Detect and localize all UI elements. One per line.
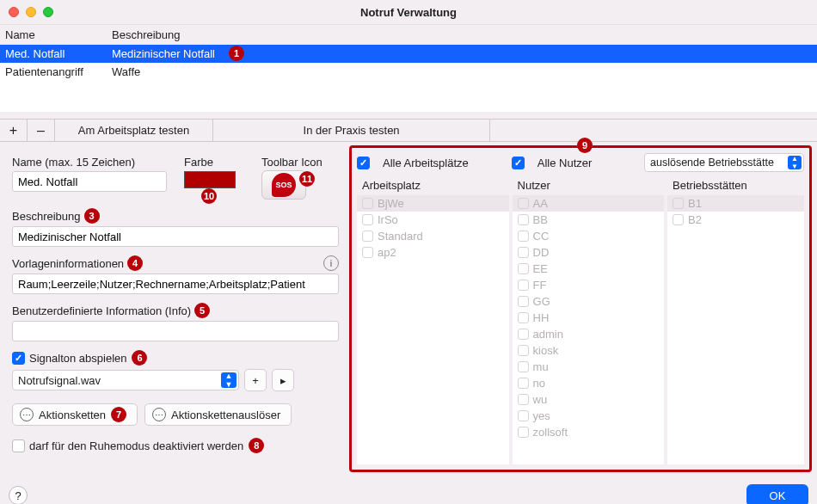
cell-name: Patientenangriff xyxy=(5,65,112,78)
list-item[interactable]: zollsoft xyxy=(513,424,665,440)
desc-input[interactable] xyxy=(12,226,339,247)
list-item-label: GG xyxy=(533,295,550,308)
disabled-checkbox xyxy=(518,263,529,274)
annotation-9: 9 xyxy=(577,138,593,153)
site-column: Betriebsstätten B1B2 xyxy=(667,175,804,464)
remove-button[interactable]: – xyxy=(28,120,55,141)
help-button[interactable]: ? xyxy=(9,486,28,504)
list-item[interactable]: GG xyxy=(513,293,665,310)
disabled-checkbox xyxy=(518,214,529,225)
sound-select[interactable]: Notrufsignal.wav ▲ ▼ xyxy=(12,370,239,390)
list-item[interactable]: BB xyxy=(513,212,665,228)
annotation-10: 10 xyxy=(201,188,217,204)
footer: ? OK xyxy=(0,477,817,504)
list-item-label: CC xyxy=(533,230,550,243)
list-item[interactable]: AA xyxy=(513,195,665,212)
list-item[interactable]: Standard xyxy=(357,228,509,244)
cell-desc: Waffe xyxy=(112,65,812,78)
ok-button[interactable]: OK xyxy=(746,484,808,504)
list-item[interactable]: BjWe xyxy=(357,195,509,212)
all-workplaces-checkbox[interactable] xyxy=(357,157,370,169)
workplace-col-header: Arbeitsplatz xyxy=(357,175,509,195)
annotation-5: 5 xyxy=(194,303,210,318)
disabled-checkbox xyxy=(518,410,529,421)
list-item[interactable]: yes xyxy=(513,408,665,424)
annotation-1: 1 xyxy=(229,46,244,61)
annotation-11: 11 xyxy=(299,171,315,187)
list-item-label: EE xyxy=(533,262,548,275)
list-item-label: AA xyxy=(533,197,548,210)
disabled-checkbox xyxy=(362,214,373,225)
disabled-checkbox xyxy=(673,198,684,209)
dots-icon: ⋯ xyxy=(152,408,166,421)
disabled-checkbox xyxy=(518,361,529,372)
color-picker[interactable] xyxy=(184,171,236,188)
list-item-label: admin xyxy=(533,328,563,341)
template-table: Med. Notfall Medizinischer Notfall 1 Pat… xyxy=(0,45,817,112)
list-item[interactable]: DD xyxy=(513,244,665,261)
list-item-label: Standard xyxy=(378,230,423,243)
disabled-checkbox xyxy=(518,296,529,307)
userinfo-input[interactable] xyxy=(12,321,339,341)
list-item-label: no xyxy=(533,377,545,390)
cell-name: Med. Notfall xyxy=(5,47,112,60)
ruhemodus-row: darf für den Ruhemodus deaktiviert werde… xyxy=(12,438,339,453)
action-chains-button[interactable]: ⋯ Aktionsketten 7 xyxy=(12,403,138,426)
ruhemodus-checkbox[interactable] xyxy=(12,439,25,452)
all-workplaces-label: Alle Arbeitsplätze xyxy=(383,157,469,169)
disabled-checkbox xyxy=(673,214,684,225)
name-input[interactable] xyxy=(12,171,167,192)
action-chain-triggers-button[interactable]: ⋯ Aktionskettenauslöser xyxy=(144,403,292,426)
disabled-checkbox xyxy=(518,427,529,438)
disabled-checkbox xyxy=(518,230,529,242)
list-item-label: B2 xyxy=(688,213,702,226)
list-item[interactable]: CC xyxy=(513,228,665,244)
desc-label: Beschreibung 3 xyxy=(12,208,339,224)
list-item[interactable]: ap2 xyxy=(357,244,509,261)
list-item[interactable]: B1 xyxy=(667,195,804,212)
user-list[interactable]: AABBCCDDEEFFGGHHadminkioskmunowuyeszolls… xyxy=(513,195,665,464)
sos-icon: SOS xyxy=(272,173,296,197)
add-sound-button[interactable]: + xyxy=(244,369,267,391)
user-col-header: Nutzer xyxy=(513,175,665,195)
list-item-label: zollsoft xyxy=(533,426,568,439)
list-item[interactable]: B2 xyxy=(667,212,804,228)
site-list[interactable]: B1B2 xyxy=(667,195,804,464)
list-item-label: B1 xyxy=(688,197,702,210)
list-item[interactable]: admin xyxy=(513,326,665,342)
list-item[interactable]: wu xyxy=(513,391,665,408)
col-header-name: Name xyxy=(5,28,112,41)
table-header: Name Beschreibung xyxy=(0,24,817,45)
template-info-input[interactable] xyxy=(12,274,339,294)
signal-row: Signalton abspielen 6 xyxy=(12,350,339,366)
table-row[interactable]: Patientenangriff Waffe xyxy=(0,63,817,81)
workplace-list[interactable]: BjWeIrSoStandardap2 xyxy=(357,195,509,464)
list-item-label: IrSo xyxy=(378,213,398,226)
list-item[interactable]: kiosk xyxy=(513,342,665,359)
table-row[interactable]: Med. Notfall Medizinischer Notfall 1 xyxy=(0,45,817,63)
play-sound-button[interactable]: ▸ xyxy=(272,369,294,391)
list-item[interactable]: no xyxy=(513,375,665,391)
all-users-checkbox[interactable] xyxy=(512,157,525,169)
signal-checkbox[interactable] xyxy=(12,352,25,365)
list-item-label: ap2 xyxy=(378,246,396,259)
dots-icon: ⋯ xyxy=(20,408,34,421)
test-practice-button[interactable]: In der Praxis testen xyxy=(213,120,490,141)
site-select[interactable]: auslösende Betriebsstätte ▲ ▼ xyxy=(644,153,804,172)
info-icon[interactable]: i xyxy=(323,255,339,271)
list-item-label: mu xyxy=(533,360,549,373)
targets-pane: 9 Alle Arbeitsplätze Alle Nutzer auslöse… xyxy=(349,145,812,472)
list-item[interactable]: FF xyxy=(513,277,665,293)
list-item[interactable]: IrSo xyxy=(357,212,509,228)
test-workplace-button[interactable]: Am Arbeitsplatz testen xyxy=(55,120,213,141)
strip-filler xyxy=(490,120,817,141)
list-item-label: kiosk xyxy=(533,344,559,357)
annotation-8: 8 xyxy=(249,438,264,453)
add-button[interactable]: + xyxy=(0,120,28,141)
main-pane: Name (max. 15 Zeichen) Farbe 10 Toolbar … xyxy=(0,142,817,477)
titlebar: Notruf Verwaltung xyxy=(0,0,817,24)
list-item[interactable]: mu xyxy=(513,359,665,375)
workplace-column: Arbeitsplatz BjWeIrSoStandardap2 xyxy=(357,175,509,464)
list-item[interactable]: HH xyxy=(513,310,665,326)
list-item[interactable]: EE xyxy=(513,261,665,277)
